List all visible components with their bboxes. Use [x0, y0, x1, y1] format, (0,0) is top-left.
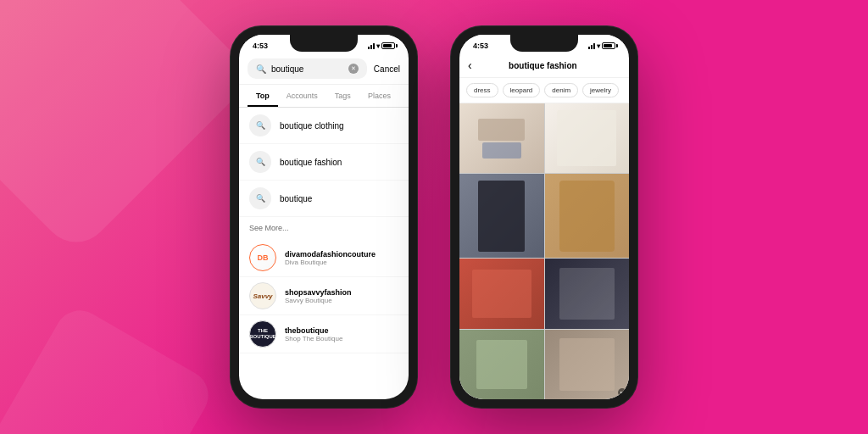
- search-tabs: Top Accounts Tags Places: [239, 85, 409, 108]
- account-info-1: divamodafashioncouture Diva Boutique: [285, 250, 398, 266]
- wifi-icon-2: ▾: [597, 42, 600, 50]
- battery-icon-2: [602, 42, 615, 49]
- status-bar-2: 4:53 ▾: [459, 35, 629, 53]
- fashion-header: ‹ boutique fashion: [459, 53, 629, 78]
- tab-accounts[interactable]: Accounts: [278, 85, 326, 107]
- photo-row-1: [459, 103, 629, 173]
- battery-fill-2: [604, 44, 612, 47]
- account-item-3[interactable]: THEBOUTIQUE theboutique Shop The Boutiqu…: [239, 315, 409, 353]
- account-display-2: Savvy Boutique: [285, 297, 398, 304]
- photo-overlay-8: ▶: [618, 388, 626, 397]
- search-results-list: 🔍 boutique clothing 🔍 boutique fashion 🔍…: [239, 108, 409, 353]
- result-search-icon-2: 🔍: [249, 151, 271, 173]
- account-username-1: divamodafashioncouture: [285, 250, 398, 259]
- photo-cell-2[interactable]: [545, 103, 630, 173]
- account-info-2: shopsavvyfashion Savvy Boutique: [285, 288, 398, 304]
- avatar-boutique: THEBOUTIQUE: [249, 320, 276, 348]
- notch-1: [290, 35, 358, 52]
- photo-row-3: [459, 259, 629, 328]
- wifi-icon: ▾: [376, 42, 380, 50]
- photo-cell-6[interactable]: [545, 259, 630, 328]
- page-title: boutique fashion: [479, 61, 607, 70]
- photo-cell-1[interactable]: [459, 103, 544, 173]
- search-result-item[interactable]: 🔍 boutique clothing: [239, 108, 409, 144]
- battery-fill: [383, 44, 392, 47]
- photo-cell-8[interactable]: ▶: [545, 330, 630, 399]
- status-time-2: 4:53: [473, 42, 488, 50]
- account-item-2[interactable]: Savvy shopsavvyfashion Savvy Boutique: [239, 277, 409, 315]
- filter-tag-denim[interactable]: denim: [544, 83, 578, 97]
- filter-tags: dress leopard denim jewelry: [459, 78, 629, 103]
- search-icon: 🔍: [256, 64, 266, 74]
- signal-bar-2-2: [591, 45, 593, 49]
- account-display-1: Diva Boutique: [285, 259, 398, 266]
- signal-bar-2-1: [588, 47, 590, 49]
- search-result-item-3[interactable]: 🔍 boutique: [239, 181, 409, 217]
- avatar-diva: DB: [249, 244, 276, 271]
- photo-row-2: [459, 174, 629, 258]
- account-info-3: theboutique Shop The Boutique: [285, 326, 398, 342]
- photo-cell-7[interactable]: [459, 330, 544, 399]
- bg-decoration-2: [0, 301, 218, 434]
- result-search-icon-1: 🔍: [249, 114, 271, 136]
- bg-decoration-1: [0, 0, 256, 256]
- battery-icon: [381, 42, 395, 49]
- signal-icon: [368, 42, 375, 49]
- search-input-box[interactable]: 🔍 boutique ✕: [248, 58, 367, 79]
- search-clear-button[interactable]: ✕: [348, 64, 359, 74]
- account-username-2: shopsavvyfashion: [285, 288, 398, 297]
- filter-tag-leopard[interactable]: leopard: [503, 83, 541, 97]
- filter-tag-jewelry[interactable]: jewelry: [582, 83, 619, 97]
- photo-cell-4[interactable]: [545, 174, 630, 258]
- photo-row-4: ▶: [459, 330, 629, 399]
- status-icons-2: ▾: [588, 42, 615, 50]
- result-search-icon-3: 🔍: [249, 187, 271, 209]
- account-item-1[interactable]: DB divamodafashioncouture Diva Boutique: [239, 239, 409, 277]
- photo-cell-3[interactable]: [459, 174, 544, 258]
- signal-bar-3: [373, 43, 375, 49]
- tab-tags[interactable]: Tags: [326, 85, 359, 107]
- back-button[interactable]: ‹: [468, 58, 472, 72]
- status-bar-1: 4:53 ▾: [239, 35, 409, 53]
- photo-grid: ▶: [459, 103, 629, 399]
- result-text-3: boutique: [280, 194, 312, 203]
- phones-container: 4:53 ▾ 🔍 boutique: [231, 26, 637, 408]
- phone-1-screen: 4:53 ▾ 🔍 boutique: [239, 35, 409, 399]
- tab-top[interactable]: Top: [248, 85, 278, 107]
- phone-1: 4:53 ▾ 🔍 boutique: [231, 26, 417, 408]
- see-more-link[interactable]: See More...: [239, 217, 409, 239]
- search-result-item-2[interactable]: 🔍 boutique fashion: [239, 144, 409, 181]
- search-bar-area: 🔍 boutique ✕ Cancel: [239, 53, 409, 85]
- signal-icon-2: [588, 42, 595, 49]
- signal-bar-2-3: [593, 43, 595, 49]
- signal-bar-1: [368, 47, 370, 49]
- phone-2-screen: 4:53 ▾ ‹ boutique fashion: [459, 35, 629, 399]
- cancel-button[interactable]: Cancel: [374, 64, 400, 74]
- status-time-1: 4:53: [253, 42, 268, 50]
- account-display-3: Shop The Boutique: [285, 335, 398, 342]
- filter-tag-dress[interactable]: dress: [466, 83, 498, 97]
- tab-places[interactable]: Places: [359, 85, 399, 107]
- search-query: boutique: [271, 64, 343, 74]
- signal-bar-2: [370, 45, 372, 49]
- result-text-2: boutique fashion: [280, 158, 342, 167]
- result-text-1: boutique clothing: [280, 121, 344, 131]
- notch-2: [510, 35, 578, 52]
- avatar-savvy: Savvy: [249, 282, 276, 309]
- photo-cell-5[interactable]: [459, 259, 544, 328]
- phone-2: 4:53 ▾ ‹ boutique fashion: [451, 26, 637, 408]
- status-icons-1: ▾: [368, 42, 395, 50]
- account-username-3: theboutique: [285, 326, 398, 335]
